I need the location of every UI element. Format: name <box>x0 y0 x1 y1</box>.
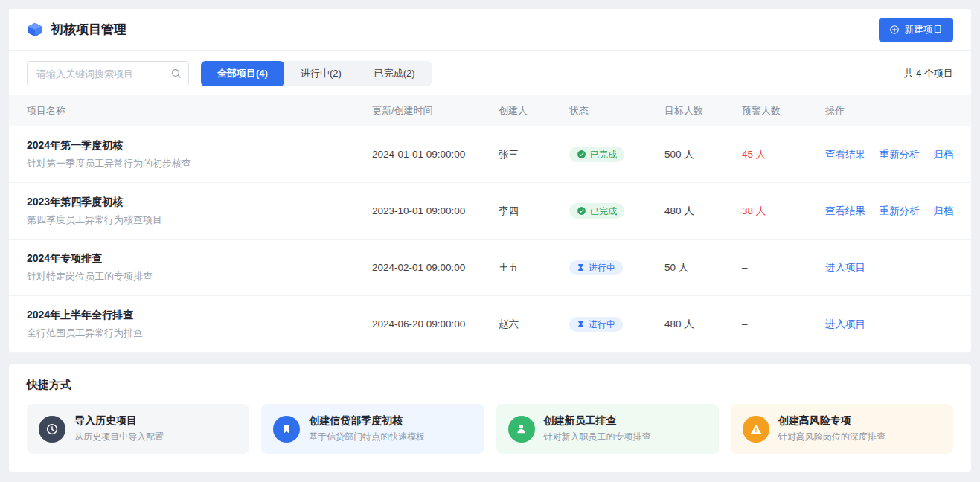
filter-tabs: 全部项目(4) 进行中(2) 已完成(2) <box>201 61 432 86</box>
warning-count: 38 人 <box>742 205 825 218</box>
shortcut-credit-dept-check[interactable]: 创建信贷部季度初核 基于信贷部门特点的快速模板 <box>261 404 484 454</box>
table-row: 2024年第一季度初核 针对第一季度员工异常行为的初步核查 2024-01-01… <box>9 126 971 183</box>
bookmark-icon <box>273 416 300 443</box>
project-time: 2024-01-01 09:00:00 <box>372 149 499 160</box>
project-description: 第四季度员工异常行为核查项目 <box>27 213 372 227</box>
search-box <box>27 61 189 86</box>
project-time: 2024-06-20 09:00:00 <box>372 318 499 330</box>
history-clock-icon <box>39 416 65 443</box>
page-header: 初核项目管理 新建项目 <box>9 9 971 51</box>
target-count: 500 人 <box>664 148 742 161</box>
status-label: 已完成 <box>590 207 617 216</box>
target-count: 50 人 <box>664 261 742 274</box>
status-badge: 已完成 <box>569 203 624 219</box>
status-badge: 已完成 <box>569 147 624 162</box>
shortcut-import-history[interactable]: 导入历史项目 从历史项目中导入配置 <box>27 404 249 454</box>
shortcut-description: 基于信贷部门特点的快速模板 <box>309 431 425 443</box>
shortcut-description: 从历史项目中导入配置 <box>74 431 164 443</box>
reanalyze-link[interactable]: 重新分析 <box>879 148 919 161</box>
check-circle-icon <box>577 150 586 159</box>
warning-count: 45 人 <box>742 148 825 161</box>
col-header-status: 状态 <box>569 104 664 118</box>
reanalyze-link[interactable]: 重新分析 <box>879 205 919 218</box>
shortcut-title: 创建高风险专项 <box>778 414 885 428</box>
project-count-text: 共 4 个项目 <box>904 67 953 80</box>
col-header-creator: 创建人 <box>499 104 569 118</box>
search-input[interactable] <box>27 61 189 86</box>
tab-all-projects[interactable]: 全部项目(4) <box>201 61 284 86</box>
tab-completed[interactable]: 已完成(2) <box>358 61 432 86</box>
project-creator: 张三 <box>499 148 569 161</box>
hourglass-icon <box>577 320 585 328</box>
tab-in-progress[interactable]: 进行中(2) <box>284 61 358 86</box>
project-name: 2024年专项排查 <box>27 252 372 266</box>
project-name: 2024年第一季度初核 <box>27 139 372 152</box>
status-badge: 进行中 <box>569 260 623 275</box>
shortcut-title: 创建新员工排查 <box>544 414 651 428</box>
shortcut-description: 针对高风险岗位的深度排查 <box>778 431 885 443</box>
table-row: 2024年上半年全行排查 全行范围员工异常行为排查 2024-06-20 09:… <box>9 296 971 353</box>
shortcut-title: 创建信贷部季度初核 <box>309 414 425 428</box>
shortcut-high-risk-special[interactable]: 创建高风险专项 针对高风险岗位的深度排查 <box>731 404 953 454</box>
new-project-label: 新建项目 <box>904 23 943 36</box>
table-header-row: 项目名称 更新/创建时间 创建人 状态 目标人数 预警人数 操作 <box>9 95 971 126</box>
project-name: 2023年第四季度初核 <box>27 196 372 209</box>
shortcuts-card: 快捷方式 导入历史项目 从历史项目中导入配置 <box>9 364 971 472</box>
shortcuts-title: 快捷方式 <box>27 378 953 392</box>
project-description: 全行范围员工异常行为排查 <box>27 327 372 340</box>
shortcut-title: 导入历史项目 <box>74 414 164 428</box>
archive-link[interactable]: 归档 <box>933 148 953 161</box>
view-results-link[interactable]: 查看结果 <box>825 205 865 218</box>
shortcut-grid: 导入历史项目 从历史项目中导入配置 创建信贷部季度初核 基于信贷部门特点的快速模… <box>27 404 953 454</box>
table-row: 2024年专项排查 针对特定岗位员工的专项排查 2024-02-01 09:00… <box>9 240 971 296</box>
status-label: 进行中 <box>589 320 615 329</box>
project-creator: 王五 <box>499 261 569 274</box>
shortcut-description: 针对新入职员工的专项排查 <box>544 431 651 443</box>
shortcut-new-employee-check[interactable]: 创建新员工排查 针对新入职员工的专项排查 <box>496 404 719 454</box>
target-count: 480 人 <box>664 318 742 331</box>
project-creator: 李四 <box>499 205 569 218</box>
col-header-warning: 预警人数 <box>742 104 825 118</box>
col-header-name: 项目名称 <box>27 104 372 118</box>
archive-link[interactable]: 归档 <box>933 205 953 218</box>
status-badge: 进行中 <box>569 317 623 332</box>
warning-triangle-icon <box>743 416 769 443</box>
check-circle-icon <box>577 206 586 216</box>
project-management-card: 初核项目管理 新建项目 <box>9 9 971 353</box>
col-header-target: 目标人数 <box>664 104 742 118</box>
target-count: 480 人 <box>664 205 742 218</box>
status-label: 进行中 <box>589 263 615 272</box>
toolbar: 全部项目(4) 进行中(2) 已完成(2) 共 4 个项目 <box>9 51 971 95</box>
status-label: 已完成 <box>590 150 617 159</box>
col-header-time: 更新/创建时间 <box>372 104 499 118</box>
col-header-actions: 操作 <box>825 104 953 118</box>
project-time: 2024-02-01 09:00:00 <box>372 262 499 273</box>
enter-project-link[interactable]: 进入项目 <box>825 261 865 274</box>
page-title: 初核项目管理 <box>51 21 126 38</box>
project-name: 2024年上半年全行排查 <box>27 309 372 322</box>
project-creator: 赵六 <box>499 318 569 331</box>
person-icon <box>508 416 535 443</box>
view-results-link[interactable]: 查看结果 <box>825 148 865 161</box>
hourglass-icon <box>577 263 585 271</box>
table-row: 2023年第四季度初核 第四季度员工异常行为核查项目 2023-10-01 09… <box>9 183 971 240</box>
project-table: 项目名称 更新/创建时间 创建人 状态 目标人数 预警人数 操作 2024年第一… <box>9 95 971 353</box>
project-description: 针对特定岗位员工的专项排查 <box>27 270 372 283</box>
warning-count: – <box>742 318 825 330</box>
new-project-button[interactable]: 新建项目 <box>879 18 953 42</box>
project-time: 2023-10-01 09:00:00 <box>372 205 499 216</box>
plus-circle-icon <box>889 25 900 35</box>
project-description: 针对第一季度员工异常行为的初步核查 <box>27 157 372 170</box>
warning-count: – <box>742 262 825 273</box>
page: 初核项目管理 新建项目 <box>0 9 980 472</box>
search-icon[interactable] <box>170 68 182 79</box>
enter-project-link[interactable]: 进入项目 <box>825 318 865 331</box>
app-cube-logo-icon <box>27 22 43 38</box>
